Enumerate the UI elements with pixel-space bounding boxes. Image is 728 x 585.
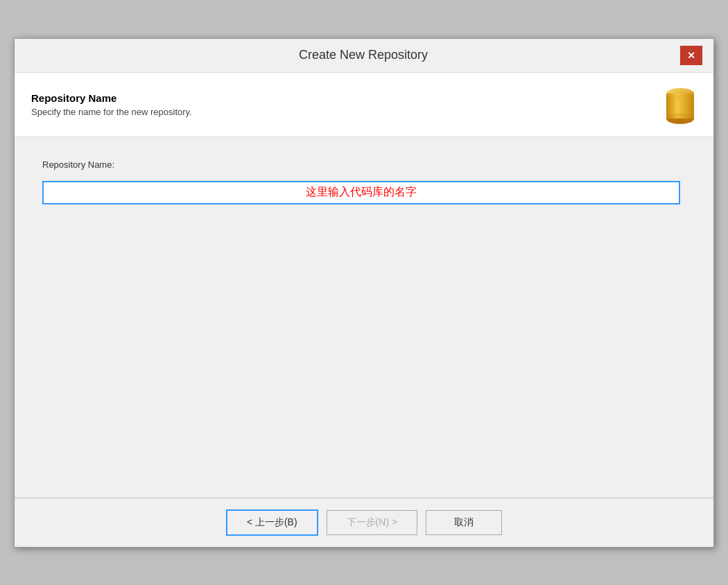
content-section: Repository Name: — [15, 137, 713, 498]
next-button[interactable]: 下一步(N) > — [327, 510, 418, 535]
create-repository-dialog: Create New Repository ✕ Repository Name … — [14, 38, 714, 548]
close-button[interactable]: ✕ — [680, 46, 702, 65]
repo-name-label: Repository Name: — [42, 159, 686, 170]
repo-name-input[interactable] — [42, 181, 680, 204]
title-bar: Create New Repository ✕ — [15, 39, 713, 72]
header-section: Repository Name Specify the name for the… — [15, 72, 713, 137]
header-subtitle: Specify the name for the new repository. — [31, 107, 192, 117]
back-button[interactable]: < 上一步(B) — [226, 509, 318, 536]
header-title: Repository Name — [31, 92, 192, 104]
cancel-button[interactable]: 取消 — [426, 510, 502, 535]
footer-section: < 上一步(B) 下一步(N) > 取消 — [15, 498, 713, 547]
header-text: Repository Name Specify the name for the… — [31, 92, 192, 117]
dialog-title: Create New Repository — [26, 48, 701, 62]
database-icon — [664, 85, 697, 124]
svg-rect-3 — [666, 94, 694, 119]
